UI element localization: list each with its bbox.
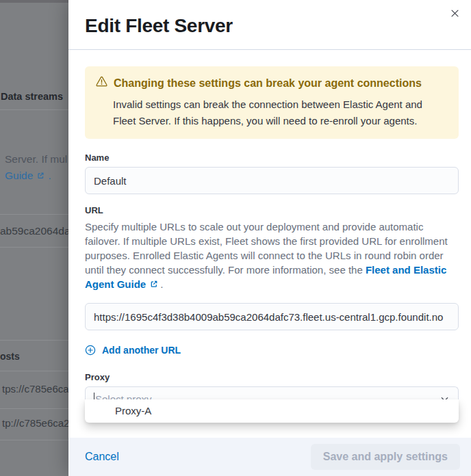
add-another-url-label: Add another URL	[102, 345, 181, 356]
url-field-row: URL Specify multiple URLs to scale out y…	[85, 205, 459, 330]
url-field-label: URL	[85, 205, 459, 215]
background-table-divider-3	[0, 440, 68, 440]
close-icon	[450, 9, 459, 20]
background-guide-suffix: .	[48, 170, 51, 181]
name-field-row: Name	[85, 153, 459, 194]
warning-callout: Changing these settings can break your a…	[85, 66, 459, 139]
edit-fleet-server-flyout: Edit Fleet Server Changing these setting…	[68, 0, 471, 476]
warning-callout-title: Changing these settings can break your a…	[114, 77, 422, 90]
dimmed-background-page: Data streams Server. If mul Guide. ab59c…	[0, 0, 68, 476]
background-hosts-label: osts	[0, 351, 20, 362]
background-host-input-fragment: ab59ca2064da	[0, 225, 68, 237]
warning-callout-title-row: Changing these settings can break your a…	[96, 76, 448, 90]
background-tab-data-streams: Data streams	[1, 91, 63, 102]
background-paragraph-fragment: Server. If mul	[5, 153, 67, 166]
plus-in-circle-icon	[85, 345, 96, 356]
background-top-bar	[0, 0, 68, 3]
save-and-apply-settings-button[interactable]: Save and apply settings	[311, 444, 460, 470]
background-host-row-2: tp://c785e6ca2	[2, 417, 68, 429]
url-description-suffix: .	[160, 278, 163, 290]
add-another-url-button[interactable]: Add another URL	[85, 345, 181, 356]
flyout-header: Edit Fleet Server	[68, 0, 471, 50]
background-section-divider	[0, 340, 68, 341]
background-host-row-1: tps://c785e6ca	[2, 383, 68, 395]
external-link-icon	[36, 170, 45, 183]
proxy-option-proxy-a[interactable]: Proxy-A	[85, 401, 459, 420]
background-input-bottom-border	[0, 247, 68, 248]
background-guide-link-row: Guide.	[5, 170, 51, 183]
background-guide-link: Guide	[5, 170, 33, 181]
fleet-server-url-input[interactable]	[85, 303, 459, 330]
name-field-label: Name	[85, 153, 459, 163]
background-table-divider-2	[0, 408, 68, 409]
background-input-top-border	[0, 214, 68, 215]
proxy-field-row: Proxy Select proxy Proxy-A	[85, 372, 459, 411]
name-input[interactable]	[85, 167, 459, 194]
warning-callout-body: Invalid settings can break the connectio…	[113, 96, 448, 129]
proxy-field-label: Proxy	[85, 372, 459, 382]
close-button[interactable]	[445, 5, 464, 24]
url-field-description: Specify multiple URLs to scale out your …	[85, 220, 459, 292]
flyout-footer: Cancel Save and apply settings	[68, 438, 471, 476]
cancel-button[interactable]: Cancel	[85, 451, 119, 463]
warning-triangle-icon	[96, 76, 107, 90]
background-table-divider-1	[0, 371, 68, 371]
flyout-body: Changing these settings can break your a…	[68, 50, 471, 438]
proxy-options-popover: Proxy-A	[85, 399, 459, 423]
external-link-icon	[149, 278, 159, 292]
background-tab-underline	[0, 109, 68, 110]
flyout-title: Edit Fleet Server	[85, 15, 455, 37]
